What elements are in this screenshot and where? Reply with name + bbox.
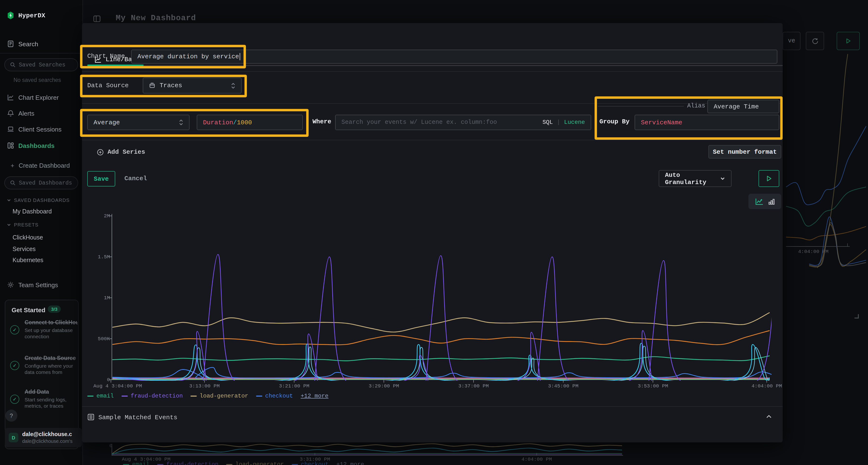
- sidebar-item-client-sessions[interactable]: Client Sessions: [0, 124, 83, 134]
- where-search-input[interactable]: Search your events w/ Lucene ex. column:…: [335, 115, 591, 130]
- data-source-select[interactable]: Traces: [143, 77, 242, 94]
- sidebar-item-clickhouse[interactable]: ClickHouse: [12, 234, 43, 241]
- legend-item[interactable]: fraud-detection: [122, 393, 183, 399]
- bg-right-xtick: 4:04:00 PM: [798, 248, 829, 255]
- run-chart-button[interactable]: [758, 170, 779, 187]
- sidebar: HyperDX Search Saved Searches No saved s…: [0, 0, 83, 465]
- legend-label: fraud-detection: [131, 393, 183, 399]
- legend-label: checkout: [265, 393, 293, 399]
- section-presets[interactable]: PRESETS: [7, 222, 38, 227]
- legend-dash: [190, 396, 197, 397]
- tab-underline-rest: [144, 65, 783, 66]
- section-saved-dashboards[interactable]: SAVED DASHBOARDS: [7, 198, 70, 203]
- y-tick-label: 1M: [86, 295, 110, 301]
- data-source-value: Traces: [160, 82, 182, 89]
- sample-events-title: Sample Matched Events: [98, 414, 178, 421]
- legend-more-link[interactable]: +12 more: [336, 461, 364, 465]
- y-tick-label: 2M: [86, 213, 110, 219]
- chevron-down-icon: [720, 176, 725, 181]
- legend-dash: [292, 464, 298, 465]
- add-series-button[interactable]: Add Series: [97, 148, 145, 156]
- tile-resize-handle[interactable]: [855, 314, 859, 319]
- sidebar-item-label: Create Dashboard: [19, 162, 70, 169]
- field-expression-input[interactable]: Duration/1000: [197, 115, 303, 130]
- help-button[interactable]: ?: [5, 409, 18, 422]
- sidebar-item-services[interactable]: Services: [12, 246, 36, 253]
- log-search-icon: [7, 40, 14, 47]
- refresh-button[interactable]: [806, 32, 824, 50]
- sidebar-item-dashboards[interactable]: Dashboards: [0, 141, 83, 150]
- sql-mode-toggle[interactable]: SQL: [542, 119, 553, 126]
- cancel-button[interactable]: Cancel: [124, 175, 147, 182]
- sidebar-item-alerts[interactable]: Alerts: [0, 108, 83, 118]
- line-chart-icon: [755, 198, 763, 205]
- chevron-down-icon: [7, 223, 11, 227]
- legend-item[interactable]: email: [123, 461, 150, 465]
- sidebar-item-my-dashboard[interactable]: My Dashboard: [12, 208, 52, 215]
- lucene-mode-toggle[interactable]: Lucene: [564, 119, 585, 126]
- aggregation-select[interactable]: Average: [87, 115, 189, 130]
- legend-dash: [87, 396, 94, 397]
- x-tick-label: 4:04:00 PM: [751, 383, 782, 389]
- plus-circle-icon: [97, 148, 104, 156]
- check-circle-icon: ✓: [10, 325, 19, 334]
- get-started-item-title[interactable]: Add Data: [25, 389, 49, 395]
- sidebar-item-label: Search: [18, 40, 38, 47]
- legend-dash: [123, 464, 129, 465]
- sidebar-item-label: Dashboards: [18, 142, 55, 149]
- chevron-up-icon: [766, 413, 772, 420]
- group-by-value: ServiceName: [641, 119, 682, 126]
- saved-dashboards-placeholder: Saved Dashboards: [19, 180, 72, 186]
- sidebar-item-kubernetes[interactable]: Kubernetes: [12, 257, 43, 264]
- bell-icon: [7, 110, 14, 117]
- y-tick-label: 500K: [86, 336, 110, 342]
- granularity-select[interactable]: Auto Granularity: [659, 170, 732, 187]
- section-label: PRESETS: [14, 222, 38, 227]
- chart-name-value: Average duration by service: [137, 53, 239, 60]
- laptop-icon: [7, 126, 14, 133]
- where-label: Where: [312, 118, 331, 125]
- save-button[interactable]: Save: [87, 171, 115, 187]
- saved-dashboards-input[interactable]: Saved Dashboards: [4, 176, 78, 189]
- chart-type-toggle[interactable]: [748, 194, 781, 209]
- where-placeholder: Search your events w/ Lucene ex. column:…: [341, 119, 497, 126]
- section-label: SAVED DASHBOARDS: [14, 198, 70, 203]
- saved-searches-input[interactable]: Saved Searches: [4, 58, 78, 71]
- bg-bottom-ytick: 0: [88, 443, 112, 449]
- alias-input[interactable]: Average Time: [707, 100, 779, 113]
- sidebar-item-create-dashboard[interactable]: + Create Dashboard: [0, 161, 83, 170]
- sidebar-collapse-icon[interactable]: [93, 15, 101, 23]
- brand-logo-row[interactable]: HyperDX: [0, 10, 83, 20]
- legend-dash: [122, 396, 128, 397]
- legend-item[interactable]: fraud-detection: [157, 461, 218, 465]
- set-number-format-button[interactable]: Set number format: [708, 145, 781, 159]
- legend-label: fraud-detection: [166, 461, 218, 465]
- legend-label: email: [132, 461, 150, 465]
- play-icon: [845, 38, 851, 44]
- refresh-icon: [811, 37, 818, 44]
- active-tab-indicator: [87, 65, 144, 66]
- get-started-item-title[interactable]: Create Data Source: [25, 355, 78, 361]
- legend-more-link[interactable]: +12 more: [301, 393, 329, 399]
- collapse-section-chevron[interactable]: [766, 413, 772, 420]
- legend-item[interactable]: checkout: [256, 393, 293, 399]
- group-by-input[interactable]: ServiceName: [634, 115, 779, 130]
- chart-name-input[interactable]: Average duration by service: [131, 49, 777, 64]
- run-query-button[interactable]: [837, 32, 860, 50]
- sidebar-item-team-settings[interactable]: Team Settings: [0, 280, 83, 290]
- get-started-item-title[interactable]: Connect to ClickHouse: [25, 320, 78, 325]
- save-dashboard-button-partial[interactable]: ve: [783, 32, 801, 50]
- legend-item[interactable]: checkout: [292, 461, 329, 465]
- get-started-item-subtitle: Configure where your data comes from: [25, 363, 77, 375]
- x-tick-label: 3:45:00 PM: [548, 383, 579, 389]
- search-icon: [10, 180, 16, 186]
- user-menu[interactable]: D dale@clickhouse.c dale@clickhouse.com'…: [5, 428, 82, 447]
- legend-item[interactable]: load-generator: [190, 393, 248, 399]
- sidebar-item-chart-explorer[interactable]: Chart Explorer: [0, 93, 83, 102]
- get-started-badge: 3/3: [48, 305, 61, 313]
- legend-item[interactable]: email: [87, 393, 114, 399]
- get-started-card: Get Started 3/3 ✓ Connect to ClickHouse …: [5, 300, 79, 449]
- legend-item[interactable]: load-generator: [226, 461, 284, 465]
- sidebar-item-search[interactable]: Search: [0, 39, 83, 49]
- x-tick-label: 3:29:00 PM: [369, 383, 399, 389]
